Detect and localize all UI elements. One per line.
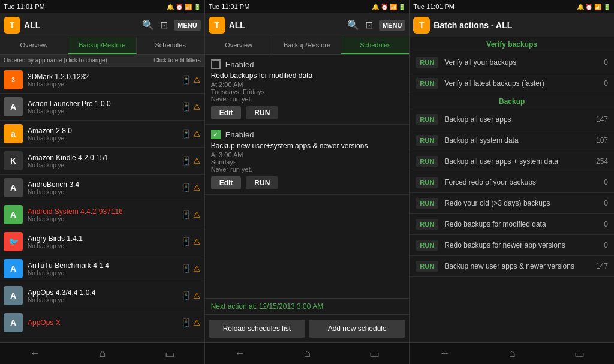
app-info: AppOps 4.3/4.4 1.0.4 No backup yet xyxy=(28,288,181,303)
app-item[interactable]: a Amazon 2.8.0 No backup yet 📱 ⚠ xyxy=(0,121,204,148)
icons-2: 🔔 ⏰ 📶 🔋 xyxy=(372,4,405,10)
run-batch-btn[interactable]: RUN xyxy=(416,156,438,167)
app-item[interactable]: A AndroBench 3.4 No backup yet 📱 ⚠ xyxy=(0,175,204,201)
tab2-backup[interactable]: Backup/Restore xyxy=(273,37,342,54)
back-icon-1[interactable]: ← xyxy=(29,347,40,360)
run-batch-btn[interactable]: RUN xyxy=(416,198,438,209)
search-icon-2[interactable]: 🔍 xyxy=(347,19,359,31)
schedule-title: Redo backups for modified data xyxy=(211,71,404,80)
edit-schedule-btn[interactable]: Edit xyxy=(211,106,242,119)
app-item[interactable]: A AppOps X 📱 ⚠ xyxy=(0,309,204,336)
filter-edit[interactable]: Click to edit filters xyxy=(154,57,200,64)
panels: T ALL 🔍 ⊡ MENU Overview Backup/Restore S… xyxy=(0,13,614,364)
app-item[interactable]: A AppOps 4.3/4.4 1.0.4 No backup yet 📱 ⚠ xyxy=(0,282,204,309)
app-status-icons: 📱 ⚠ xyxy=(181,237,201,246)
batch-item: RUN Forced redo of your backups 0 xyxy=(410,172,614,193)
app-name: Angry Birds 1.4.1 xyxy=(28,234,181,243)
panel1-header-icons: 🔍 ⊡ MENU xyxy=(142,19,200,31)
app-item[interactable]: 3 3DMark 1.2.0.1232 No backup yet 📱 ⚠ xyxy=(0,67,204,94)
batch-item-count: 147 xyxy=(596,115,608,124)
warning-icon: ⚠ xyxy=(193,318,201,327)
app-item[interactable]: K Amazon Kindle 4.2.0.151 No backup yet … xyxy=(0,148,204,175)
panel3-logo: T xyxy=(413,17,430,34)
app-info: Android System 4.4.2-937116 No backup ye… xyxy=(28,207,181,222)
batch-item-count: 107 xyxy=(596,136,608,145)
phone-icon: 📱 xyxy=(181,183,191,192)
batch-section-header: Backup xyxy=(410,94,614,109)
back-icon-2[interactable]: ← xyxy=(234,347,245,360)
run-batch-btn[interactable]: RUN xyxy=(416,219,438,230)
home-icon-2[interactable]: ⌂ xyxy=(304,347,311,360)
run-batch-btn[interactable]: RUN xyxy=(416,114,438,125)
app-icon: A xyxy=(4,259,23,278)
app-item[interactable]: A AnTuTu Benchmark 4.1.4 No backup yet 📱… xyxy=(0,255,204,282)
app-status-icons: 📱 ⚠ xyxy=(181,183,201,192)
menu-btn-2[interactable]: MENU xyxy=(379,20,405,31)
status-bar-3: Tue 11:01 PM 🔔 ⏰ 📶 🔋 xyxy=(410,0,614,13)
app-icon: a xyxy=(4,124,23,143)
tab1-schedules[interactable]: Schedules xyxy=(137,37,204,54)
home-icon-1[interactable]: ⌂ xyxy=(99,347,106,360)
phone-icon: 📱 xyxy=(181,75,191,85)
phone-icon: 📱 xyxy=(181,210,191,219)
run-schedule-btn[interactable]: RUN xyxy=(246,176,278,189)
panel1-tabs: Overview Backup/Restore Schedules xyxy=(0,37,204,55)
filter-icon-2[interactable]: ⊡ xyxy=(365,19,373,31)
phone-icon: 📱 xyxy=(181,318,191,327)
edit-schedule-btn[interactable]: Edit xyxy=(211,176,242,189)
phone-icon: 📱 xyxy=(181,156,191,166)
menu-btn-1[interactable]: MENU xyxy=(174,20,200,31)
panel3-title: Batch actions - ALL xyxy=(434,20,610,30)
app-backup-status: No backup yet xyxy=(28,135,181,142)
batch-item-count: 0 xyxy=(596,199,608,207)
filter-text[interactable]: Ordered by app name (click to change) xyxy=(4,57,107,64)
batch-item-label: Redo backups for newer app versions xyxy=(444,241,596,249)
run-batch-btn[interactable]: RUN xyxy=(416,261,438,272)
phone-icon: 📱 xyxy=(181,291,191,300)
run-batch-btn[interactable]: RUN xyxy=(416,240,438,251)
panel2-tabs: Overview Backup/Restore Schedules xyxy=(205,37,410,55)
batch-item-label: Backup all user apps + system data xyxy=(444,157,596,166)
recents-icon-2[interactable]: ▭ xyxy=(369,347,380,360)
schedule-actions: Edit RUN xyxy=(211,106,404,119)
icons-3: 🔔 ⏰ 📶 🔋 xyxy=(577,4,610,10)
app-backup-status: No backup yet xyxy=(28,162,181,169)
run-batch-btn[interactable]: RUN xyxy=(416,57,438,68)
filter-icon-1[interactable]: ⊡ xyxy=(160,19,168,31)
reload-schedules-btn[interactable]: Reload schedules list xyxy=(209,320,305,338)
batch-item-label: Backup new user apps & newer versions xyxy=(444,262,596,270)
app-backup-status: No backup yet xyxy=(28,297,181,303)
batch-item-label: Verify all your backups xyxy=(444,58,596,67)
app-icon: 🐦 xyxy=(4,232,23,251)
schedule-checkbox[interactable] xyxy=(211,59,221,69)
run-schedule-btn[interactable]: RUN xyxy=(246,106,278,119)
home-icon-3[interactable]: ⌂ xyxy=(509,347,516,360)
tab1-overview[interactable]: Overview xyxy=(0,37,68,54)
batch-item-count: 147 xyxy=(596,262,608,270)
app-status-icons: 📱 ⚠ xyxy=(181,318,201,327)
warning-icon: ⚠ xyxy=(193,264,201,273)
app-info: AndroBench 3.4 No backup yet xyxy=(28,181,181,195)
recents-icon-3[interactable]: ▭ xyxy=(574,347,585,360)
panel2-logo: T xyxy=(209,17,225,34)
app-name: Amazon Kindle 4.2.0.151 xyxy=(28,154,181,162)
schedule-time: At 2:00 AM xyxy=(211,81,404,88)
run-batch-btn[interactable]: RUN xyxy=(416,78,438,89)
run-batch-btn[interactable]: RUN xyxy=(416,135,438,146)
search-icon-1[interactable]: 🔍 xyxy=(142,19,154,31)
schedule-days: Tuesdays, Fridays xyxy=(211,88,404,95)
add-schedule-btn[interactable]: Add new schedule xyxy=(309,320,405,338)
app-item[interactable]: A Android System 4.4.2-937116 No backup … xyxy=(0,201,204,228)
app-item[interactable]: A Action Launcher Pro 1.0.0 No backup ye… xyxy=(0,94,204,121)
recents-icon-1[interactable]: ▭ xyxy=(165,347,175,360)
tab1-backup[interactable]: Backup/Restore xyxy=(68,37,137,54)
batch-item-count: 0 xyxy=(596,58,608,67)
run-batch-btn[interactable]: RUN xyxy=(416,177,438,188)
tab2-overview[interactable]: Overview xyxy=(205,37,273,54)
schedule-checkbox[interactable] xyxy=(211,130,221,139)
phone-icon: 📱 xyxy=(181,237,191,246)
app-item[interactable]: 🐦 Angry Birds 1.4.1 No backup yet 📱 ⚠ xyxy=(0,228,204,255)
schedule-days: Sundays xyxy=(211,158,404,166)
back-icon-3[interactable]: ← xyxy=(439,347,450,360)
tab2-schedules[interactable]: Schedules xyxy=(341,37,409,54)
